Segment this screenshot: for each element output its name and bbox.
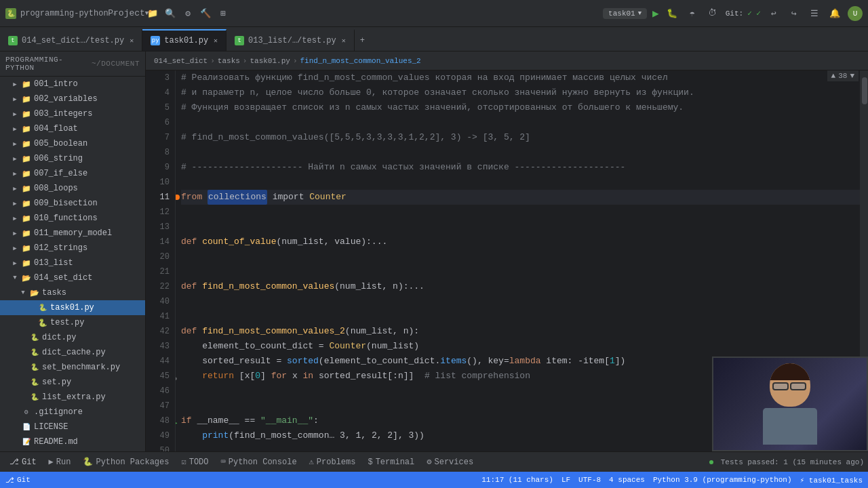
scroll-up-btn[interactable]: ▲	[831, 72, 836, 80]
debug-icon[interactable]: 🐛	[665, 6, 679, 21]
person-hair	[770, 363, 810, 380]
main-content: programming-python ~/Document ▶ 📁 001_in…	[0, 52, 868, 451]
sidebar-item-set-benchmark[interactable]: 🐍 set_benchmark.py	[0, 360, 145, 375]
sidebar-item-test[interactable]: 🐍 test.py	[0, 315, 145, 330]
top-bar: 🐍 programming-python — Project ▼ 📁 🔍 ⚙ 🔨…	[0, 0, 868, 27]
undo-icon[interactable]: ↩	[766, 6, 781, 21]
sidebar-item-002[interactable]: ▶ 📁 002_variables	[0, 92, 145, 106]
sidebar-item-001[interactable]: ▶ 📁 001_intro	[0, 77, 145, 92]
run-button[interactable]: ▶	[652, 7, 659, 20]
code-line-14: def count_of_value(num_list, value):...	[181, 235, 868, 249]
bottom-tool-packages[interactable]: 🐍 Python Packages	[77, 455, 174, 470]
profile-icon[interactable]: ⏱	[705, 6, 720, 21]
breadcrumb-segment: find_n_most_common_values_2	[300, 57, 420, 65]
sidebar-item-label: dict.py	[42, 333, 76, 342]
sidebar-item-label: 008_loops	[34, 184, 78, 193]
scroll-line-display: 38	[838, 72, 847, 80]
sidebar-item-007[interactable]: ▶ 📁 007_if_else	[0, 166, 145, 181]
coverage-icon[interactable]: ☂	[685, 6, 700, 21]
collapse-icon: ▶	[11, 260, 19, 267]
sidebar-item-010[interactable]: ▶ 📁 010_functions	[0, 211, 145, 226]
sidebar-item-012[interactable]: ▶ 📁 012_strings	[0, 241, 145, 256]
code-line-12	[181, 205, 868, 220]
scroll-thumb[interactable]	[862, 77, 867, 104]
tab-close-icon[interactable]: ✕	[214, 37, 218, 45]
sidebar-item-dict-cache[interactable]: 🐍 dict_cache.py	[0, 345, 145, 360]
git-icon: ⎇	[9, 457, 19, 467]
ln-11: 11	[146, 190, 170, 205]
bottom-tool-terminal[interactable]: $ Terminal	[362, 455, 420, 470]
sidebar-item-list-extra[interactable]: 🐍 list_extra.py	[0, 390, 145, 405]
bottom-tool-run[interactable]: ▶ Run	[43, 455, 77, 470]
sidebar-item-readme[interactable]: 📝 README.md	[0, 434, 145, 449]
project-btn[interactable]: Project ▼	[121, 6, 136, 21]
bottom-tool-todo[interactable]: ☑ TODO	[176, 455, 214, 470]
line-numbers: 3 4 5 6 7 8 9 10 11 12 13 14 20 21 22 40…	[146, 70, 176, 451]
bottom-tool-console[interactable]: ⌨ Python Console	[216, 455, 302, 470]
line-col-indicator: 11:17 (11 chars)	[481, 476, 553, 484]
tab-icon: t	[235, 36, 244, 45]
collapse-icon: ▼	[19, 289, 27, 296]
person-video	[713, 358, 867, 450]
settings-icon[interactable]: ⚙	[180, 6, 195, 21]
folder-icon: 📁	[22, 124, 31, 134]
sidebar-item-008[interactable]: ▶ 📁 008_loops	[0, 181, 145, 196]
sidebar-item-004[interactable]: ▶ 📁 004_float	[0, 121, 145, 136]
search-icon[interactable]: 🔍	[163, 6, 178, 21]
tab-task01[interactable]: py task01.py ✕	[142, 29, 226, 51]
person-glasses	[772, 382, 808, 390]
tab-add[interactable]: +	[355, 29, 370, 51]
ln-4: 4	[146, 85, 170, 100]
bottom-tool-services[interactable]: ⚙ Services	[421, 455, 479, 470]
sidebar-item-label: 013_list	[34, 258, 73, 268]
project-label: Project	[108, 8, 145, 18]
code-line-13	[181, 220, 868, 235]
git-branch-label: Git	[17, 476, 31, 484]
sidebar-item-dict[interactable]: 🐍 dict.py	[0, 330, 145, 345]
sidebar-item-005[interactable]: ▶ 📁 005_boolean	[0, 136, 145, 151]
notifications-icon[interactable]: 🔔	[827, 6, 842, 21]
menu-icon[interactable]: ☰	[807, 6, 822, 21]
collapse-icon: ▶	[11, 96, 19, 103]
sidebar-item-013[interactable]: ▶ 📁 013_list	[0, 256, 145, 270]
tab-close-icon[interactable]: ✕	[342, 37, 346, 45]
build-icon[interactable]: 🔨	[198, 6, 213, 21]
bottom-tool-problems[interactable]: ⚠ Problems	[304, 455, 361, 470]
status-git[interactable]: ⎇ Git	[5, 476, 31, 485]
terminal-icon: $	[368, 458, 372, 467]
sidebar-tree: ▶ 📁 001_intro ▶ 📁 002_variables ▶ 📁 003_…	[0, 77, 145, 451]
tab-set-dict-test[interactable]: t 014_set_dict…/test.py ✕	[0, 29, 142, 51]
bottom-tool-git[interactable]: ⎇ Git	[4, 455, 42, 470]
collapse-icon: ▶	[11, 200, 19, 207]
sidebar-item-tasks[interactable]: ▼ 📂 tasks	[0, 285, 145, 300]
status-dot	[709, 460, 713, 464]
redo-icon[interactable]: ↪	[787, 6, 802, 21]
status-bar: ⎇ Git 11:17 (11 chars) LF UTF-8 4 spaces…	[0, 472, 868, 488]
sidebar-item-006[interactable]: ▶ 📁 006_string	[0, 151, 145, 166]
tab-close-icon[interactable]: ✕	[130, 37, 134, 45]
sidebar-item-014[interactable]: ▼ 📂 014_set_dict	[0, 270, 145, 285]
sidebar-item-license[interactable]: 📄 LICENSE	[0, 420, 145, 434]
scroll-position: ▲ 38 ▼	[827, 70, 859, 81]
tab-list-test[interactable]: t 013_list/…/test.py ✕	[226, 29, 355, 51]
py-icon: 🐍	[38, 318, 47, 327]
packages-icon: 🐍	[83, 457, 93, 467]
scroll-down-btn[interactable]: ▼	[850, 72, 854, 80]
py-icon: 🐍	[38, 303, 47, 312]
tool-label: Services	[434, 458, 473, 467]
sidebar-item-gitignore[interactable]: ⚙ .gitignore	[0, 405, 145, 420]
sidebar-item-label: 014_set_dict	[34, 273, 92, 283]
folder-icon[interactable]: 📁	[145, 6, 160, 21]
sidebar-item-set[interactable]: 🐍 set.py	[0, 375, 145, 390]
sidebar-item-003[interactable]: ▶ 📁 003_integers	[0, 106, 145, 121]
sidebar-item-009[interactable]: ▶ 📁 009_bisection	[0, 196, 145, 211]
py-icon: 🐍	[30, 333, 39, 342]
run-config[interactable]: task01 ▼	[603, 8, 647, 19]
gutter-dot: ●	[176, 371, 178, 386]
sidebar-item-task01[interactable]: 🐍 task01.py	[0, 300, 145, 315]
glass-right	[790, 382, 806, 390]
sidebar-item-011[interactable]: ▶ 📁 011_memory_model	[0, 226, 145, 241]
avatar[interactable]: U	[848, 6, 863, 21]
expand-icon[interactable]: ⊞	[216, 6, 231, 21]
bottom-toolbar: ⎇ Git ▶ Run 🐍 Python Packages ☑ TODO ⌨ P…	[0, 451, 868, 472]
